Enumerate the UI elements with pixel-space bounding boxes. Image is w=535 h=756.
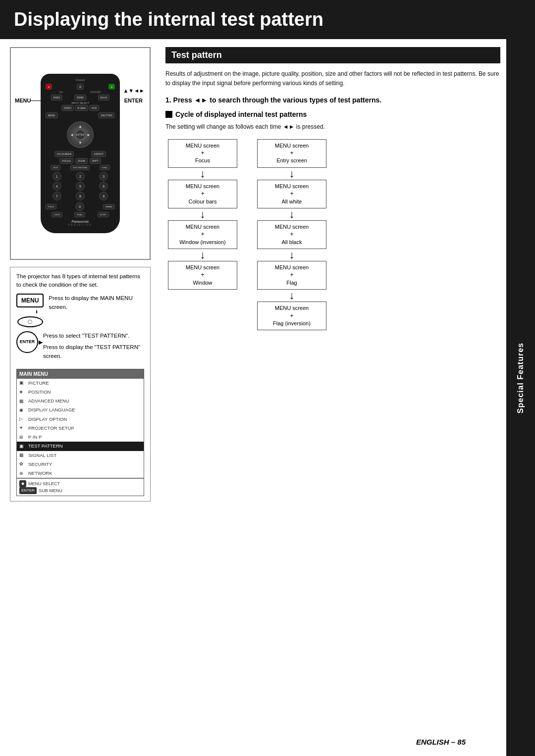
menu-dial-icon: ◯: [17, 316, 43, 327]
all-black-line3: All black: [282, 239, 302, 245]
menu-item-advanced: ▦ ADVANCED MENU: [17, 397, 144, 405]
flow-node-window-inversion: MENU screen + Window (inversion): [168, 220, 237, 249]
arrow-label-annotation: ▲▼◄►: [123, 88, 145, 94]
network-icon: ⊕: [19, 470, 26, 477]
menu-item-security: ✿ SECURITY: [17, 460, 144, 469]
language-icon: ◉: [19, 407, 26, 414]
flow-two-cols: MENU screen + Focus ↓ MENU screen + Colo…: [165, 139, 500, 331]
menu-label-annotation: MENU: [15, 98, 31, 103]
projector-setup-label: PROJECTOR SETUP: [28, 425, 74, 432]
arrow-down-r4: ↓: [289, 290, 295, 301]
enter-button-icon: ENTER ►: [16, 331, 38, 353]
section-heading: Test pattern: [165, 47, 500, 63]
flow-node-colour-bars: MENU screen + Colour bars: [168, 180, 237, 208]
menu-item-pip: ⊞ P IN P: [17, 433, 144, 442]
enter-btn-section: ENTER ► Press to select "TEST PATTERN". …: [16, 331, 144, 365]
display-option-icon: ▷: [19, 416, 26, 423]
page-header: Displaying the internal test pattern: [0, 0, 535, 39]
all-white-line3: All white: [282, 199, 302, 204]
menu-instruction-1: Press to display the MAIN MENU screen.: [49, 294, 144, 312]
signal-list-icon: ▦: [19, 452, 26, 459]
flow-node-flag-inversion: MENU screen + Flag (inversion): [257, 302, 326, 330]
menu-item-language: ◉ DISPLAY LANGUAGE: [17, 405, 144, 414]
step-1-heading: 1. Press ◄► to search through the variou…: [165, 95, 500, 105]
test-pattern-icon: ▣: [19, 443, 26, 450]
focus-line1: MENU screen: [186, 143, 219, 149]
language-label: DISPLAY LANGUAGE: [28, 406, 75, 413]
position-label: POSITION: [28, 389, 51, 396]
enter-label: ENTER: [20, 339, 35, 346]
focus-line3: Focus: [195, 157, 210, 163]
info-box: The projector has 8 types of internal te…: [10, 267, 151, 502]
menu-item-signal-list: ▦ SIGNAL LIST: [17, 451, 144, 460]
enter-btn-group: ENTER ►: [16, 331, 38, 353]
main-menu-header: MAIN MENU: [17, 369, 144, 379]
intro-text: Results of adjustment on the image, pict…: [165, 69, 500, 88]
black-square-icon: [165, 111, 172, 118]
menu-button-icon: MENU: [16, 294, 44, 307]
arrow-down-r1: ↓: [289, 168, 295, 179]
special-features-label: Special Features: [516, 343, 525, 413]
flow-node-flag: MENU screen + Flag: [257, 261, 326, 290]
arrow-down-r2: ↓: [289, 209, 295, 220]
footer-row-1: ◆ MENU SELECT: [19, 480, 141, 487]
arrow-down-2: ↓: [200, 209, 206, 220]
menu-footer: ◆ MENU SELECT ENTER SUB MENU: [17, 478, 144, 496]
all-black-line1: MENU screen: [275, 224, 309, 230]
projector-setup-icon: ✦: [19, 425, 26, 432]
entry-line1: MENU screen: [275, 143, 309, 149]
pip-label: P IN P: [28, 434, 42, 441]
sub-menu-label: SUB MENU: [39, 488, 62, 495]
right-column: Test pattern Results of adjustment on th…: [159, 39, 535, 516]
remote-body: POWER ● ⊞ ● ONSTANDBY RGB1 RGB2 DVI-D: [41, 74, 120, 233]
select-key: ◆: [19, 480, 26, 487]
flag-inv-line3: Flag (inversion): [273, 320, 311, 326]
advanced-label: ADVANCED MENU: [28, 398, 69, 404]
picture-icon: ▣: [19, 380, 26, 387]
flag-inv-line1: MENU screen: [275, 305, 309, 311]
menu-item-picture: ▣ PICTURE: [17, 379, 144, 388]
page-title: Displaying the internal test pattern: [14, 9, 521, 30]
arrow-down-1: ↓: [200, 168, 206, 179]
menu-instructions: Press to display the MAIN MENU screen.: [49, 294, 144, 316]
menu-select-label: MENU SELECT: [28, 481, 60, 488]
window-inv-line1: MENU screen: [186, 224, 219, 230]
enter-arrow-icon: ►: [37, 337, 44, 347]
arrow-down-3: ↓: [200, 250, 206, 260]
flag-line3: Flag: [286, 280, 297, 286]
info-text: The projector has 8 types of internal te…: [16, 272, 144, 290]
menu-btn-group: MENU ◯: [16, 294, 44, 327]
main-content: MENU ▲▼◄► ENTER POWER ● ⊞ ●: [0, 39, 535, 516]
window-line3: Window: [193, 280, 212, 286]
display-option-label: DISPLAY OPTION: [28, 416, 67, 423]
cycle-heading-text: Cycle of displayed internal test pattern…: [175, 110, 307, 118]
special-features-sidebar: Special Features: [506, 0, 535, 756]
flow-node-entry: MENU screen + Entry screen: [257, 139, 326, 168]
page-footer: ENGLISH – 85: [0, 738, 505, 746]
page-number: ENGLISH – 85: [416, 738, 466, 746]
flag-line1: MENU screen: [275, 264, 309, 270]
enter-instructions: Press to select "TEST PATTERN". Press to…: [43, 331, 144, 365]
left-column: MENU ▲▼◄► ENTER POWER ● ⊞ ●: [0, 39, 159, 516]
signal-list-label: SIGNAL LIST: [28, 452, 56, 459]
colour-bars-line3: Colour bars: [189, 199, 217, 204]
window-line1: MENU screen: [186, 264, 219, 270]
enter-instruction-3: Press to display the "TEST PATTERN" scre…: [43, 343, 144, 361]
test-pattern-label: TEST PATTERN: [28, 443, 63, 450]
enter-instruction-2: Press to select "TEST PATTERN".: [43, 331, 144, 340]
flow-diagram: MENU screen + Focus ↓ MENU screen + Colo…: [165, 139, 500, 331]
advanced-icon: ▦: [19, 398, 26, 405]
arrow-down-r3: ↓: [289, 250, 295, 260]
security-icon: ✿: [19, 461, 26, 468]
picture-label: PICTURE: [28, 380, 49, 387]
colour-bars-line1: MENU screen: [186, 183, 219, 189]
flow-node-all-white: MENU screen + All white: [257, 180, 326, 208]
cycle-heading: Cycle of displayed internal test pattern…: [165, 110, 500, 118]
all-white-line1: MENU screen: [275, 183, 309, 189]
entry-line3: Entry screen: [276, 157, 307, 163]
menu-item-position: ◈ POSITION: [17, 388, 144, 397]
security-label: SECURITY: [28, 461, 52, 468]
flow-node-all-black: MENU screen + All black: [257, 220, 326, 249]
flow-left-col: MENU screen + Focus ↓ MENU screen + Colo…: [165, 139, 240, 331]
cycle-text: The setting will change as follows each …: [165, 122, 500, 132]
